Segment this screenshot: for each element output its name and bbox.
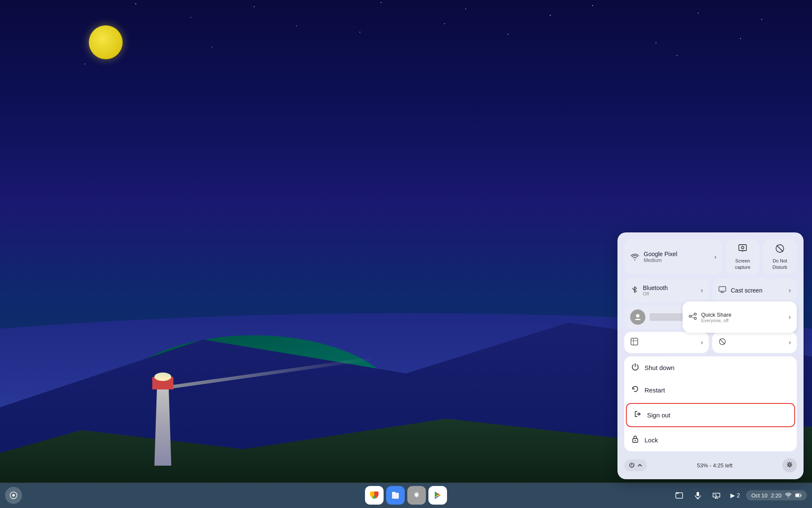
battery-text: 53% - 4:25 left (647, 462, 782, 469)
do-not-disturb-button[interactable]: Do Not Disturb (763, 239, 797, 274)
svg-rect-32 (631, 338, 638, 345)
profile-avatar (630, 309, 645, 325)
restart-button[interactable]: Restart (624, 379, 797, 401)
chevron-up-icon (637, 462, 643, 468)
power-icon-small (628, 462, 635, 469)
gear-icon (786, 461, 793, 469)
sign-out-label: Sign out (647, 411, 670, 419)
bluetooth-button[interactable]: Bluetooth Off › (624, 279, 709, 302)
svg-rect-3 (392, 493, 399, 499)
svg-rect-23 (719, 287, 726, 291)
svg-point-39 (635, 440, 636, 441)
taskbar-settings[interactable] (407, 486, 426, 505)
bluetooth-status: Off (643, 291, 668, 296)
network-label: Google Pixel Medium (644, 251, 677, 263)
nearby-share-icon (630, 337, 639, 348)
shutdown-label: Shut down (645, 364, 675, 371)
bluetooth-label: Bluetooth (643, 284, 668, 291)
moon (89, 25, 123, 59)
quick-settings-panel: Google Pixel Medium › Screen capture (617, 232, 804, 479)
svg-line-31 (691, 317, 694, 318)
screen-capture-button[interactable]: Screen capture (726, 239, 760, 274)
restart-label: Restart (645, 387, 665, 394)
restart-icon (631, 385, 639, 395)
svg-point-27 (694, 313, 697, 315)
bluetooth-chevron-icon: › (701, 287, 703, 294)
time-text: 2:20 (771, 492, 782, 499)
quiet-mode-button[interactable]: › (712, 332, 797, 353)
quick-share-labels: Quick Share Everyone, off (701, 312, 732, 323)
cast-screen-chevron-icon: › (789, 287, 791, 294)
bluetooth-icon (630, 285, 639, 296)
svg-point-18 (741, 246, 744, 249)
sign-out-icon (634, 410, 642, 420)
screen-cast-taskbar-icon[interactable] (709, 488, 724, 503)
quiet-mode-icon (718, 337, 727, 348)
network-chevron-icon: › (714, 253, 716, 261)
svg-rect-4 (392, 492, 395, 494)
quiet-chevron-icon: › (789, 339, 791, 346)
dnd-icon (775, 243, 785, 256)
svg-point-13 (716, 496, 717, 497)
cast-screen-label: Cast screen (731, 287, 763, 294)
nearby-chevron-icon: › (701, 339, 703, 346)
network-strength: Medium (644, 257, 677, 263)
battery-icon (795, 492, 802, 499)
svg-line-22 (777, 246, 783, 252)
taskbar: ▶ 2 Oct 10 2:20 (0, 483, 812, 508)
quick-share-sublabel: Everyone, off (701, 318, 732, 323)
taskbar-files[interactable] (386, 486, 405, 505)
qs-bottom-bar: 53% - 4:25 left (624, 455, 797, 472)
lock-label: Lock (645, 436, 658, 444)
svg-rect-15 (796, 494, 799, 497)
qs-bluetooth-cast-row: Bluetooth Off › Cast screen › (624, 279, 797, 302)
bluetooth-label-group: Bluetooth Off (643, 284, 668, 296)
files-taskbar-icon[interactable] (672, 488, 687, 503)
power-expand-button[interactable] (624, 459, 647, 471)
quick-share-label: Quick Share (701, 312, 732, 318)
shutdown-icon (631, 362, 639, 373)
lighthouse (152, 377, 173, 466)
date-time-display[interactable]: Oct 10 2:20 (746, 490, 807, 500)
taskbar-left (5, 487, 22, 504)
media-play-icon[interactable]: ▶ 2 (727, 488, 743, 503)
taskbar-center (365, 486, 447, 505)
wifi-network-icon (630, 252, 639, 262)
taskbar-right: ▶ 2 Oct 10 2:20 (672, 488, 807, 503)
svg-rect-8 (697, 492, 699, 496)
power-section: Shut down Restart Sign out (624, 356, 797, 451)
quick-share-panel[interactable]: Quick Share Everyone, off › (683, 301, 797, 333)
svg-point-29 (694, 317, 697, 319)
cast-screen-button[interactable]: Cast screen › (712, 279, 797, 302)
lock-button[interactable]: Lock (624, 429, 797, 451)
quick-share-icon (689, 312, 697, 323)
date-text: Oct 10 (751, 492, 767, 499)
quick-share-chevron-icon: › (789, 313, 791, 321)
network-button[interactable]: Google Pixel Medium › (624, 239, 722, 274)
svg-rect-17 (739, 245, 746, 251)
qs-icon-row: › › (624, 332, 797, 353)
launcher-button[interactable] (5, 487, 22, 504)
svg-point-26 (636, 314, 639, 318)
nearby-share-button[interactable]: › (624, 332, 709, 353)
svg-rect-16 (801, 495, 801, 496)
taskbar-chrome[interactable] (365, 486, 384, 505)
shutdown-button[interactable]: Shut down (624, 356, 797, 379)
screen-capture-icon (738, 243, 748, 256)
lock-icon (631, 435, 639, 445)
dnd-label: Do Not Disturb (766, 258, 793, 270)
wifi-icon (785, 492, 792, 499)
screen-capture-label: Screen capture (729, 258, 756, 270)
svg-point-28 (689, 315, 691, 317)
taskbar-play-store[interactable] (428, 486, 447, 505)
qs-top-row: Google Pixel Medium › Screen capture (624, 239, 797, 274)
settings-button[interactable] (782, 458, 797, 472)
svg-line-36 (720, 339, 725, 344)
cast-screen-icon (718, 285, 727, 296)
svg-point-1 (12, 494, 15, 497)
sign-out-button[interactable]: Sign out (626, 403, 795, 427)
svg-line-30 (691, 315, 694, 316)
microphone-taskbar-icon[interactable] (690, 488, 705, 503)
qs-partial-row: Quick Share Everyone, off › (624, 306, 797, 329)
network-name: Google Pixel (644, 251, 677, 257)
